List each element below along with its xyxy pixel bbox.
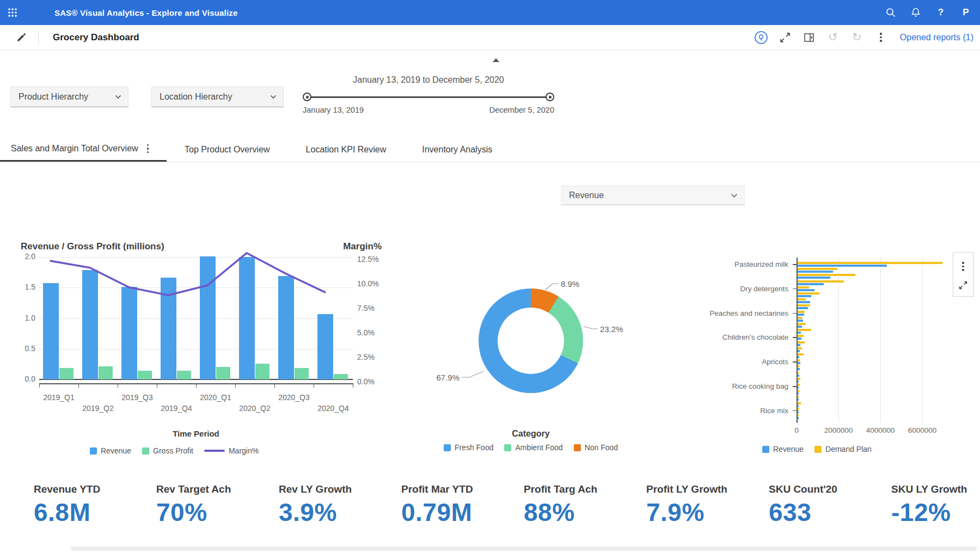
revenue-bar[interactable] — [798, 356, 799, 358]
revenue-bar[interactable] — [798, 350, 800, 352]
revenue-bar[interactable] — [798, 326, 802, 328]
demand-plan-bar[interactable] — [798, 365, 799, 367]
horizontal-scrollbar[interactable] — [71, 547, 977, 551]
revenue-bar[interactable] — [798, 411, 799, 413]
demand-plan-bar[interactable] — [798, 280, 844, 283]
opened-reports-link[interactable]: Opened reports (1) — [900, 33, 973, 42]
demand-plan-bar[interactable] — [798, 402, 801, 404]
gross-profit-bar[interactable] — [177, 371, 191, 379]
gross-profit-bar[interactable] — [59, 368, 74, 379]
chart-overflow-menu-icon[interactable] — [962, 257, 964, 271]
undo-icon[interactable]: ↺ — [824, 28, 842, 47]
legend-item-demand-plan[interactable]: Demand Plan — [814, 445, 872, 453]
demand-plan-bar[interactable] — [798, 347, 802, 349]
demand-plan-bar[interactable] — [798, 372, 799, 374]
chart-maximize-icon[interactable] — [958, 280, 968, 292]
revenue-bar[interactable] — [161, 278, 176, 379]
revenue-bar[interactable] — [798, 314, 804, 316]
revenue-bar[interactable] — [798, 387, 799, 389]
revenue-bar[interactable] — [798, 289, 814, 291]
location-hierarchy-dropdown[interactable]: Location Hierarchy — [151, 87, 284, 107]
redo-icon[interactable]: ↻ — [848, 28, 866, 47]
legend-item-gross-profit[interactable]: Gross Profit — [142, 446, 193, 455]
revenue-bar[interactable] — [798, 362, 800, 364]
tab-inventory-analysis[interactable]: Inventory Analysis — [404, 137, 510, 162]
revenue-bar[interactable] — [798, 332, 801, 334]
revenue-bar[interactable] — [798, 368, 800, 370]
revenue-bar[interactable] — [798, 283, 824, 285]
search-icon[interactable] — [882, 4, 899, 21]
tab-sales-and-margin-total-overview[interactable]: Sales and Margin Total Overview — [0, 137, 167, 162]
demand-plan-bar[interactable] — [798, 292, 819, 295]
slider-handle-start[interactable] — [303, 93, 311, 101]
demand-plan-bar[interactable] — [798, 262, 942, 264]
revenue-bar[interactable] — [798, 265, 887, 267]
revenue-bar[interactable] — [239, 257, 255, 379]
gross-profit-bar[interactable] — [295, 368, 309, 379]
notifications-bell-icon[interactable] — [907, 4, 924, 21]
slider-track[interactable] — [305, 96, 552, 98]
overflow-menu-icon[interactable] — [872, 28, 890, 47]
demand-plan-bar[interactable] — [798, 414, 799, 416]
legend-item-non-food[interactable]: Non Food — [574, 443, 618, 452]
tab-menu-icon[interactable] — [147, 144, 149, 154]
revenue-bar[interactable] — [278, 276, 294, 379]
demand-plan-bar[interactable] — [798, 329, 811, 331]
demand-plan-bar[interactable] — [798, 353, 804, 355]
revenue-bar[interactable] — [798, 405, 799, 407]
legend-item-fresh-food[interactable]: Fresh Food — [444, 443, 494, 452]
demand-plan-bar[interactable] — [798, 317, 802, 319]
revenue-bar[interactable] — [798, 277, 830, 279]
avatar[interactable]: P — [957, 4, 975, 21]
revenue-bar[interactable] — [798, 392, 799, 395]
revenue-bar[interactable] — [798, 271, 833, 273]
revenue-bar[interactable] — [798, 398, 799, 401]
demand-plan-bar[interactable] — [798, 390, 799, 392]
demand-plan-bar[interactable] — [798, 298, 806, 300]
demand-plan-bar[interactable] — [798, 408, 799, 410]
revenue-bar[interactable] — [798, 344, 800, 346]
gross-profit-bar[interactable] — [138, 371, 152, 379]
app-launcher-icon[interactable] — [0, 0, 25, 25]
demand-plan-bar[interactable] — [798, 384, 800, 386]
panel-toggle-icon[interactable] — [800, 28, 818, 47]
demand-plan-bar[interactable] — [798, 323, 806, 325]
measure-dropdown[interactable]: Revenue — [561, 186, 745, 205]
slider-handle-end[interactable] — [546, 93, 554, 101]
legend-item-revenue[interactable]: Revenue — [90, 446, 131, 455]
collapse-filter-caret-icon[interactable] — [493, 58, 499, 62]
revenue-bar[interactable] — [798, 295, 811, 297]
revenue-bar[interactable] — [798, 301, 810, 303]
revenue-bar[interactable] — [798, 338, 801, 340]
demand-plan-bar[interactable] — [798, 304, 810, 306]
demand-plan-bar[interactable] — [798, 378, 800, 380]
demand-plan-bar[interactable] — [798, 341, 805, 344]
demand-plan-bar[interactable] — [798, 274, 855, 276]
revenue-bar[interactable] — [798, 375, 799, 377]
revenue-bar[interactable] — [121, 287, 137, 379]
revenue-bar[interactable] — [798, 381, 799, 383]
revenue-bar[interactable] — [798, 320, 803, 322]
product-hierarchy-dropdown[interactable]: Product Hierarchy — [10, 87, 128, 107]
legend-item-revenue[interactable]: Revenue — [762, 445, 804, 453]
revenue-bar[interactable] — [200, 256, 216, 379]
demand-plan-bar[interactable] — [798, 335, 804, 337]
revenue-bar[interactable] — [82, 270, 98, 379]
revenue-bar[interactable] — [798, 307, 808, 309]
legend-item-ambient-food[interactable]: Ambient Food — [504, 443, 562, 452]
tab-top-product-overview[interactable]: Top Product Overview — [167, 137, 288, 162]
demand-plan-bar[interactable] — [798, 268, 837, 270]
demand-plan-bar[interactable] — [798, 359, 800, 361]
donut-ring[interactable] — [479, 289, 583, 393]
gross-profit-bar[interactable] — [99, 366, 113, 379]
revenue-bar[interactable] — [798, 417, 799, 419]
demand-plan-bar[interactable] — [798, 311, 805, 313]
gross-profit-bar[interactable] — [334, 374, 348, 379]
legend-item-margin-[interactable]: Margin% — [204, 446, 259, 455]
revenue-bar[interactable] — [43, 283, 59, 379]
demand-plan-bar[interactable] — [798, 286, 809, 289]
revenue-bar[interactable] — [317, 314, 333, 379]
demand-plan-bar[interactable] — [798, 396, 799, 398]
gross-profit-bar[interactable] — [255, 364, 270, 379]
tab-location-kpi-review[interactable]: Location KPI Review — [288, 137, 405, 162]
